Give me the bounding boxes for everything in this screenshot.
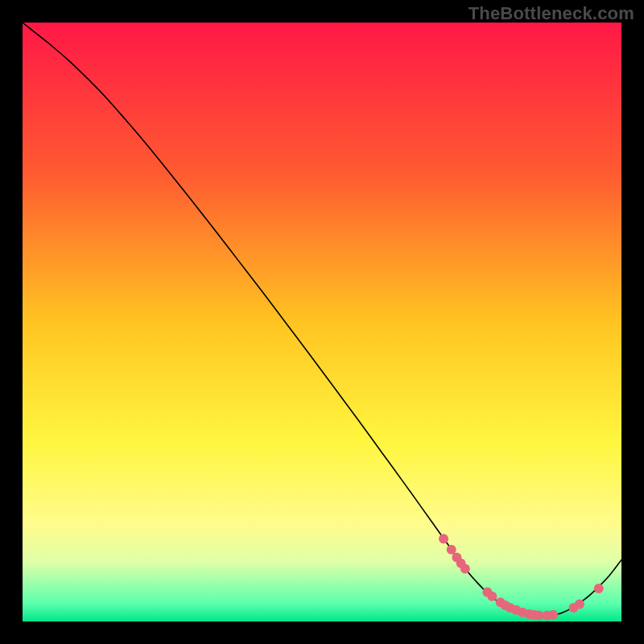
data-point (575, 599, 584, 609)
data-point (439, 534, 448, 543)
data-point (594, 584, 604, 593)
data-point (548, 610, 558, 620)
data-point (460, 564, 470, 574)
chart-frame: TheBottleneck.com (0, 0, 644, 644)
data-point (487, 592, 497, 601)
plot-area (23, 23, 621, 621)
chart-svg (23, 23, 621, 621)
data-point (534, 611, 543, 621)
data-point (447, 545, 456, 555)
watermark-text: TheBottleneck.com (469, 3, 634, 24)
gradient-background (23, 23, 621, 621)
